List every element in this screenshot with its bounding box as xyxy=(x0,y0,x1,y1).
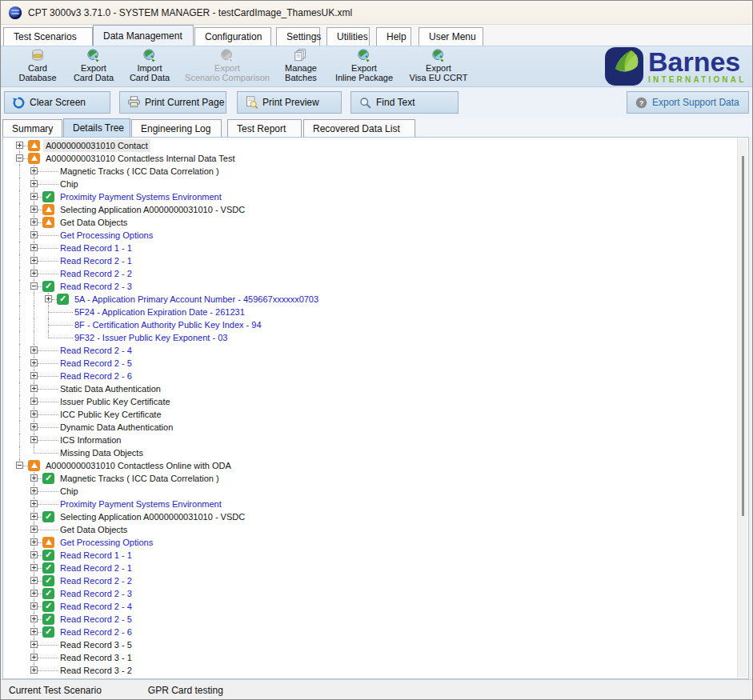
expand-toggle-icon[interactable] xyxy=(30,436,38,443)
toolbar-button-export-card-data[interactable]: ExportCard Data xyxy=(66,48,121,86)
tab-details-tree[interactable]: Details Tree xyxy=(63,118,130,137)
tree-node-label[interactable]: Read Record 2 - 1 xyxy=(58,562,134,574)
tree-row[interactable]: ICS Information xyxy=(3,434,735,446)
find-text-button[interactable]: Find Text xyxy=(350,91,459,114)
expand-toggle-icon[interactable] xyxy=(16,142,23,149)
tree-node-label[interactable]: Dynamic Data Authentication xyxy=(58,421,175,434)
expand-toggle-icon[interactable] xyxy=(30,410,38,418)
tree-node-label[interactable]: Get Processing Options xyxy=(58,229,155,242)
expand-toggle-icon[interactable] xyxy=(45,295,52,302)
print-preview-button[interactable]: Print Preview xyxy=(237,91,342,114)
tree-node-label[interactable]: A0000000031010 Contactless Online with O… xyxy=(43,459,234,472)
expand-toggle-icon[interactable] xyxy=(30,257,38,264)
tree-node-label[interactable]: Issuer Public Key Certificate xyxy=(58,395,173,408)
tree-row[interactable]: Read Record 3 - 1 xyxy=(3,651,735,664)
tree-row[interactable]: Read Record 2 - 5 xyxy=(3,357,735,370)
expand-toggle-icon[interactable] xyxy=(30,564,38,571)
tree-node-label[interactable]: Read Record 1 - 1 xyxy=(58,242,134,254)
tree-row[interactable]: Magnetic Tracks ( ICC Data Correlation ) xyxy=(3,472,735,485)
tree-row[interactable]: Read Record 2 - 3 xyxy=(3,587,735,600)
tab-recovered-data-list[interactable]: Recovered Data List xyxy=(303,119,415,137)
expand-toggle-icon[interactable] xyxy=(30,167,38,174)
tree-row[interactable]: 8F - Certification Authority Public Key … xyxy=(3,318,735,331)
tree-row[interactable]: Get Processing Options xyxy=(3,229,735,242)
tree-node-label[interactable]: 5F24 - Application Expiration Date - 261… xyxy=(72,306,247,318)
tree-row[interactable]: Get Data Objects xyxy=(3,523,735,536)
collapse-toggle-icon[interactable] xyxy=(16,462,23,469)
tree-node-label[interactable]: A0000000031010 Contact xyxy=(43,139,150,152)
tree-node-label[interactable]: 9F32 - Issuer Public Key Exponent - 03 xyxy=(72,331,230,344)
expand-toggle-icon[interactable] xyxy=(30,526,38,533)
expand-toggle-icon[interactable] xyxy=(30,513,38,520)
menu-tab-settings[interactable]: Settings xyxy=(276,27,320,46)
expand-toggle-icon[interactable] xyxy=(30,359,38,366)
collapse-toggle-icon[interactable] xyxy=(30,282,38,290)
tree-node-label[interactable]: Read Record 2 - 6 xyxy=(58,626,134,638)
tree-row[interactable]: Read Record 1 - 1 xyxy=(3,549,735,562)
menu-tab-test-scenarios[interactable]: Test Scenarios xyxy=(3,27,93,46)
tab-test-report[interactable]: Test Report xyxy=(227,119,302,137)
tree-node-label[interactable]: Static Data Authentication xyxy=(58,382,163,395)
toolbar-button-export-inline-package[interactable]: ExportInline Package xyxy=(324,48,404,86)
toolbar-button-card-database[interactable]: CardDatabase xyxy=(10,48,65,86)
tree-row[interactable]: Static Data Authentication xyxy=(3,382,735,395)
tree-row[interactable]: Selecting Application A0000000031010 - V… xyxy=(3,510,735,523)
tree-node-label[interactable]: Read Record 2 - 5 xyxy=(58,357,134,370)
tree-row[interactable]: A0000000031010 Contactless Online with O… xyxy=(3,459,735,472)
scrollbar-thumb[interactable] xyxy=(742,156,744,516)
tree-node-label[interactable]: Proximity Payment Systems Environment xyxy=(58,190,224,203)
tree-node-label[interactable]: A0000000031010 Contactless Internal Data… xyxy=(43,152,237,165)
expand-toggle-icon[interactable] xyxy=(30,628,38,635)
tab-summary[interactable]: Summary xyxy=(2,119,62,137)
tree-row[interactable]: Read Record 2 - 6 xyxy=(3,626,735,638)
tree-row[interactable]: Read Record 2 - 4 xyxy=(3,344,735,357)
expand-toggle-icon[interactable] xyxy=(30,206,38,213)
export-support-data-button[interactable]: ?Export Support Data xyxy=(627,91,749,114)
expand-toggle-icon[interactable] xyxy=(30,641,38,648)
tree-row[interactable]: A0000000031010 Contact xyxy=(3,139,735,152)
expand-toggle-icon[interactable] xyxy=(30,385,38,392)
expand-toggle-icon[interactable] xyxy=(30,551,38,558)
expand-toggle-icon[interactable] xyxy=(30,218,38,226)
tree-node-label[interactable]: Read Record 1 - 1 xyxy=(58,549,134,562)
vertical-scrollbar[interactable] xyxy=(737,138,747,678)
tree-node-label[interactable]: Magnetic Tracks ( ICC Data Correlation ) xyxy=(58,472,222,485)
expand-toggle-icon[interactable] xyxy=(30,474,38,482)
tree-row[interactable]: Get Processing Options xyxy=(3,536,735,549)
tree-row[interactable]: Chip xyxy=(3,178,735,190)
tree-node-label[interactable]: Read Record 2 - 3 xyxy=(58,280,134,293)
tree-row[interactable]: Read Record 2 - 1 xyxy=(3,254,735,267)
expand-toggle-icon[interactable] xyxy=(30,500,38,507)
tree-node-label[interactable]: Chip xyxy=(58,178,81,190)
tree-node-label[interactable]: Get Processing Options xyxy=(58,536,155,549)
print-current-page-button[interactable]: Print Current Page xyxy=(119,91,226,114)
collapse-toggle-icon[interactable] xyxy=(16,154,23,162)
tree-row[interactable]: Chip xyxy=(3,485,735,498)
tree-node-label[interactable]: Read Record 2 - 2 xyxy=(58,267,134,280)
tree-row[interactable]: Get Data Objects xyxy=(3,216,735,229)
menu-tab-user-menu[interactable]: User Menu xyxy=(419,27,483,46)
tree-node-label[interactable]: ICC Public Key Certificate xyxy=(58,408,164,421)
tree-row[interactable]: Issuer Public Key Certificate xyxy=(3,395,735,408)
tab-engineering-log[interactable]: Engineering Log xyxy=(131,119,222,137)
tree-row[interactable]: 5F24 - Application Expiration Date - 261… xyxy=(3,306,735,318)
expand-toggle-icon[interactable] xyxy=(30,654,38,661)
tree-node-label[interactable]: Read Record 3 - 2 xyxy=(58,664,134,677)
tree-node-label[interactable]: Read Record 2 - 1 xyxy=(58,254,134,267)
tree-row[interactable]: ICC Public Key Certificate xyxy=(3,408,735,421)
tree-row[interactable]: Read Record 3 - 5 xyxy=(3,638,735,651)
expand-toggle-icon[interactable] xyxy=(30,372,38,379)
tree-row[interactable]: Missing Data Objects xyxy=(3,446,735,459)
tree-node-label[interactable]: Get Data Objects xyxy=(58,523,130,536)
tree-node-label[interactable]: Magnetic Tracks ( ICC Data Correlation ) xyxy=(58,165,222,178)
tree-node-label[interactable]: Selecting Application A0000000031010 - V… xyxy=(58,203,247,216)
tree-node-label[interactable]: 5A - Application Primary Account Number … xyxy=(72,293,321,306)
tree-node-label[interactable]: Read Record 2 - 6 xyxy=(58,370,134,382)
tree-row[interactable]: Proximity Payment Systems Environment xyxy=(3,498,735,510)
expand-toggle-icon[interactable] xyxy=(30,615,38,622)
tree-row[interactable]: 5A - Application Primary Account Number … xyxy=(3,293,735,306)
tree-row[interactable]: A0000000031010 Contactless Internal Data… xyxy=(3,152,735,165)
tree-row[interactable]: 9F32 - Issuer Public Key Exponent - 03 xyxy=(3,331,735,344)
expand-toggle-icon[interactable] xyxy=(30,423,38,430)
menu-tab-utilities[interactable]: Utilities xyxy=(326,27,370,46)
